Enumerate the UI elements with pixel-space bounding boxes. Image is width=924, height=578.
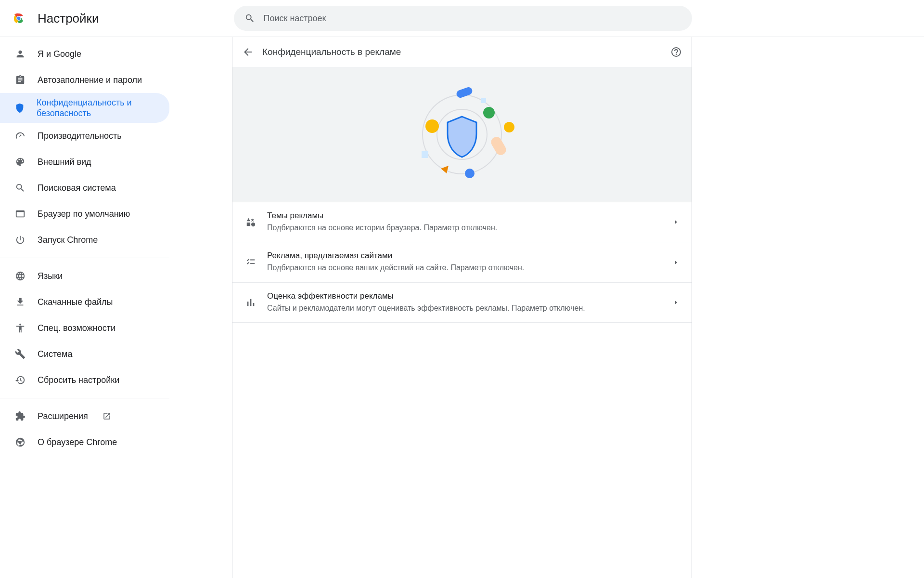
sidebar-item-label: Конфиденциальность и безопасность bbox=[37, 97, 165, 119]
sidebar-separator bbox=[0, 398, 169, 398]
back-button[interactable] bbox=[242, 46, 254, 58]
row-ad-topics[interactable]: Темы рекламы Подбираются на основе истор… bbox=[232, 202, 692, 242]
browser-icon bbox=[14, 209, 26, 219]
panel-header: Конфиденциальность в рекламе bbox=[232, 37, 692, 67]
sidebar-item-label: Расширения bbox=[38, 411, 88, 422]
sidebar-item-label: Я и Google bbox=[38, 49, 81, 60]
globe-icon bbox=[14, 271, 26, 281]
row-title: Оценка эффективности рекламы bbox=[267, 291, 663, 301]
search-input[interactable] bbox=[264, 13, 681, 24]
sidebar-item-reset[interactable]: Сбросить настройки bbox=[0, 367, 169, 393]
row-ad-measurement[interactable]: Оценка эффективности рекламы Сайты и рек… bbox=[232, 282, 692, 323]
svg-rect-11 bbox=[481, 98, 486, 103]
sidebar-item-label: Браузер по умолчанию bbox=[38, 209, 130, 220]
sidebar-item-label: Внешний вид bbox=[38, 157, 91, 168]
sidebar-item-downloads[interactable]: Скачанные файлы bbox=[0, 289, 169, 315]
sidebar-separator bbox=[0, 258, 169, 258]
power-icon bbox=[14, 235, 26, 245]
hero-illustration bbox=[232, 67, 692, 202]
sidebar: Я и Google Автозаполнение и пароли Конфи… bbox=[0, 37, 169, 578]
row-subtitle: Подбираются на основе истории браузера. … bbox=[267, 223, 663, 233]
svg-rect-8 bbox=[455, 86, 473, 99]
shapes-icon bbox=[245, 217, 257, 227]
clipboard-icon bbox=[14, 75, 26, 85]
svg-point-6 bbox=[425, 119, 439, 133]
sidebar-item-search-engine[interactable]: Поисковая система bbox=[0, 175, 169, 201]
app-title: Настройки bbox=[38, 11, 99, 26]
chevron-right-icon bbox=[673, 219, 679, 225]
search-icon bbox=[244, 13, 255, 24]
svg-rect-10 bbox=[422, 151, 428, 158]
sidebar-item-accessibility[interactable]: Спец. возможности bbox=[0, 315, 169, 341]
sidebar-item-performance[interactable]: Производительность bbox=[0, 123, 169, 149]
palette-icon bbox=[14, 157, 26, 167]
sidebar-item-label: Языки bbox=[38, 271, 63, 282]
chrome-logo-icon bbox=[12, 11, 26, 26]
accessibility-icon bbox=[14, 323, 26, 333]
checklist-icon bbox=[245, 257, 257, 268]
open-in-new-icon bbox=[103, 412, 111, 420]
main-area: Конфиденциальность в рекламе bbox=[169, 37, 924, 578]
speedometer-icon bbox=[14, 131, 26, 141]
row-subtitle: Сайты и рекламодатели могут оценивать эф… bbox=[267, 303, 663, 314]
help-button[interactable] bbox=[670, 46, 682, 58]
sidebar-item-label: Система bbox=[38, 349, 73, 360]
svg-marker-12 bbox=[441, 166, 449, 173]
row-title: Темы рекламы bbox=[267, 211, 663, 221]
search-icon bbox=[14, 183, 26, 193]
row-site-suggested-ads[interactable]: Реклама, предлагаемая сайтами Подбираютс… bbox=[232, 242, 692, 282]
sidebar-item-label: О браузере Chrome bbox=[38, 437, 117, 448]
wrench-icon bbox=[14, 349, 26, 359]
svg-point-7 bbox=[465, 169, 475, 178]
sidebar-item-label: Сбросить настройки bbox=[38, 375, 119, 386]
sidebar-item-default-browser[interactable]: Браузер по умолчанию bbox=[0, 201, 169, 227]
panel-title: Конфиденциальность в рекламе bbox=[262, 47, 662, 57]
sidebar-item-system[interactable]: Система bbox=[0, 341, 169, 367]
svg-point-13 bbox=[504, 122, 514, 132]
sidebar-item-extensions[interactable]: Расширения bbox=[0, 403, 169, 429]
row-title: Реклама, предлагаемая сайтами bbox=[267, 251, 663, 261]
extension-icon bbox=[14, 411, 26, 421]
shield-icon bbox=[14, 103, 25, 113]
restore-icon bbox=[14, 375, 26, 385]
sidebar-item-label: Скачанные файлы bbox=[38, 297, 113, 308]
bar-chart-icon bbox=[245, 297, 257, 308]
chrome-icon bbox=[14, 437, 26, 447]
sidebar-item-on-startup[interactable]: Запуск Chrome bbox=[0, 227, 169, 253]
sidebar-item-languages[interactable]: Языки bbox=[0, 263, 169, 289]
sidebar-item-label: Автозаполнение и пароли bbox=[38, 75, 142, 86]
sidebar-item-label: Поисковая система bbox=[38, 183, 116, 194]
sidebar-item-label: Запуск Chrome bbox=[38, 235, 98, 246]
svg-rect-9 bbox=[489, 135, 508, 157]
sidebar-item-label: Производительность bbox=[38, 131, 122, 142]
sidebar-item-label: Спец. возможности bbox=[38, 323, 116, 334]
sidebar-item-you-and-google[interactable]: Я и Google bbox=[0, 41, 169, 67]
row-subtitle: Подбираются на основе ваших действий на … bbox=[267, 263, 663, 273]
app-header: Настройки bbox=[0, 0, 924, 37]
sidebar-item-autofill[interactable]: Автозаполнение и пароли bbox=[0, 67, 169, 93]
sidebar-item-privacy[interactable]: Конфиденциальность и безопасность bbox=[0, 93, 169, 123]
sidebar-item-appearance[interactable]: Внешний вид bbox=[0, 149, 169, 175]
chevron-right-icon bbox=[673, 300, 679, 305]
person-icon bbox=[14, 49, 26, 59]
search-box[interactable] bbox=[234, 6, 692, 31]
download-icon bbox=[14, 297, 26, 307]
chevron-right-icon bbox=[673, 260, 679, 265]
sidebar-item-about[interactable]: О браузере Chrome bbox=[0, 429, 169, 455]
svg-point-5 bbox=[483, 107, 495, 118]
settings-panel: Конфиденциальность в рекламе bbox=[232, 37, 692, 578]
